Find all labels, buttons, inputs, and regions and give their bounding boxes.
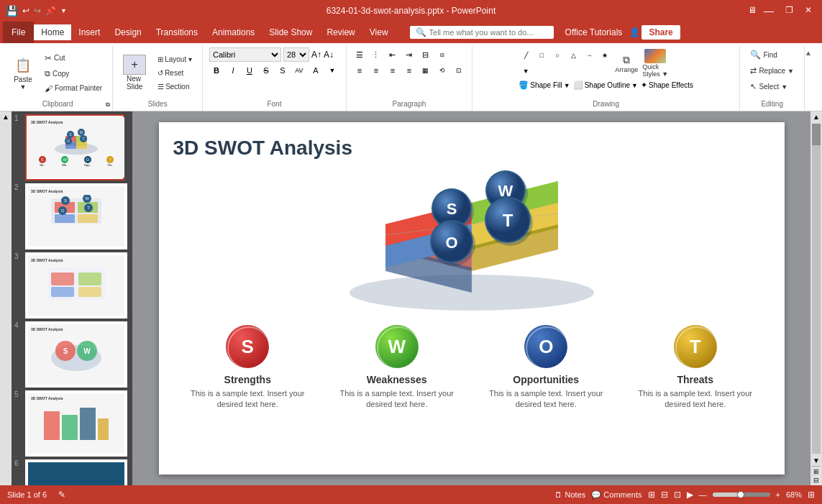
menu-review[interactable]: Review [319, 24, 362, 40]
comments-btn[interactable]: 💬 Comments [591, 490, 641, 500]
shape-fill-btn[interactable]: 🪣 Shape Fill ▼ [519, 81, 570, 90]
slide-panel[interactable]: 1 3D SWOT Analysis [12, 111, 132, 485]
align-left-btn[interactable]: ≡ [352, 63, 367, 78]
strikethrough-btn[interactable]: S [259, 63, 273, 78]
clipboard-expand[interactable]: ⧉ [106, 101, 110, 109]
reset-button[interactable]: ↺ Reset [153, 67, 196, 79]
text-dir-btn[interactable]: ⟲ [435, 63, 449, 78]
zoom-in-btn[interactable]: + [776, 490, 780, 499]
scroll-up-arrow[interactable]: ▲ [811, 111, 821, 122]
numbering-btn[interactable]: ⋮ [369, 47, 383, 62]
menu-insert[interactable]: Insert [71, 24, 107, 40]
replace-button[interactable]: ⇄ Replace ▼ [746, 64, 798, 78]
slide-4-thumb[interactable]: 3D SWOT Analysis S W [25, 321, 127, 388]
new-slide-button[interactable]: + NewSlide [119, 52, 150, 93]
slide-5-thumb[interactable]: 3D SWOT Analysis [25, 390, 127, 457]
font-size-select[interactable]: 28 [283, 47, 309, 62]
arrange-button[interactable]: ⧉ Arrange [613, 52, 639, 75]
menu-design[interactable]: Design [107, 24, 148, 40]
menu-view[interactable]: View [362, 24, 396, 40]
zoom-slider-thumb[interactable] [737, 491, 744, 498]
indent-less-btn[interactable]: ⇤ [385, 47, 400, 62]
menu-slideshow[interactable]: Slide Show [262, 24, 319, 40]
font-color-dropdown[interactable]: ▼ [325, 63, 339, 78]
zoom-down-btn[interactable]: ⊟ [813, 477, 819, 484]
format-painter-button[interactable]: 🖌 Format Painter [40, 82, 106, 95]
align-center-btn[interactable]: ≡ [369, 63, 383, 78]
copy-button[interactable]: ⧉ Copy [40, 67, 106, 81]
smartart-btn[interactable]: ⧈ [435, 47, 449, 62]
scroll-thumb[interactable] [812, 124, 821, 145]
section-button[interactable]: ☰ Section [153, 81, 196, 93]
save-icon[interactable]: 💾 [6, 5, 18, 17]
cut-button[interactable]: ✂ Cut [40, 51, 106, 65]
office-tutorials-link[interactable]: Office Tutorials [565, 27, 623, 37]
zoom-out-btn[interactable]: — [699, 490, 707, 499]
ribbon-collapse-btn[interactable]: ▲ [805, 49, 812, 57]
menu-animations[interactable]: Animations [205, 24, 262, 40]
notes-btn[interactable]: 🗒 Notes [554, 490, 585, 499]
redo-icon[interactable]: ↪ [34, 6, 41, 16]
share-button[interactable]: Share [641, 25, 680, 40]
shape-fill-dropdown[interactable]: ▼ [564, 82, 570, 89]
font-grow-btn[interactable]: A↑ [311, 50, 321, 60]
layout-button[interactable]: ⊞ Layout ▾ [153, 53, 196, 65]
undo-icon[interactable]: ↩ [22, 6, 29, 16]
char-spacing-btn[interactable]: AV [292, 63, 306, 78]
view-normal-btn[interactable]: ⊞ [648, 490, 655, 500]
scroll-up-btn[interactable]: ▲ [2, 113, 9, 121]
menu-home[interactable]: Home [34, 24, 71, 40]
slide-6-thumb[interactable]: www.heritage-digital... [25, 459, 127, 485]
shape-effects-btn[interactable]: ✦ Shape Effects [641, 81, 693, 90]
justify-btn[interactable]: ≡ [402, 63, 416, 78]
shape-outline-dropdown[interactable]: ▼ [631, 82, 638, 89]
paste-button[interactable]: 📋 Paste ▼ [9, 53, 37, 93]
shape-star[interactable]: ★ [598, 48, 612, 63]
close-btn[interactable]: ✕ [800, 5, 816, 17]
scroll-down-arrow[interactable]: ▼ [811, 455, 821, 466]
slide-2-thumb[interactable]: 3D SWOT Analysis S [25, 183, 127, 249]
fit-to-window-btn[interactable]: ⊞ [808, 490, 815, 500]
text-align-btn[interactable]: ⊡ [452, 63, 466, 78]
view-slide-sorter-btn[interactable]: ⊟ [661, 490, 668, 500]
slide-3-thumb[interactable]: 3D SWOT Analysis [25, 252, 127, 319]
italic-btn[interactable]: I [226, 63, 240, 78]
shape-arrow[interactable]: → [582, 48, 596, 63]
minimize-btn[interactable]: — [759, 5, 778, 17]
search-input[interactable] [429, 28, 537, 37]
search-bar[interactable]: 🔍 [410, 26, 554, 39]
zoom-fit-btn[interactable]: ⊞ [813, 468, 819, 475]
restore-btn[interactable]: ❐ [781, 5, 798, 17]
shape-tri[interactable]: △ [566, 48, 580, 63]
menu-transitions[interactable]: Transitions [149, 24, 205, 40]
find-button[interactable]: 🔍 Find [746, 47, 781, 62]
font-color-btn[interactable]: A [309, 63, 323, 78]
shape-outline-btn[interactable]: ⬜ Shape Outline ▼ [573, 81, 638, 90]
font-shrink-btn[interactable]: A↓ [324, 50, 334, 60]
shape-oval[interactable]: ○ [550, 48, 565, 63]
slide-1-thumb[interactable]: 3D SWOT Analysis [25, 114, 124, 180]
zoom-slider[interactable] [713, 492, 770, 497]
quick-styles-button[interactable]: QuickStyles ▼ [641, 47, 670, 79]
right-scrollbar[interactable]: ▲ ▼ ⊞ ⊟ [810, 111, 822, 485]
align-right-btn[interactable]: ≡ [385, 63, 400, 78]
bullets-btn[interactable]: ☰ [352, 47, 367, 62]
slide-title[interactable]: 3D SWOT Analysis [173, 137, 770, 160]
slide-canvas[interactable]: 3D SWOT Analysis [159, 122, 785, 475]
col-btn[interactable]: ▦ [419, 63, 433, 78]
view-reading-btn[interactable]: ⊡ [674, 490, 681, 500]
view-slideshow-btn[interactable]: ▶ [687, 490, 693, 500]
minimize-icon[interactable]: 🖥 [748, 5, 757, 17]
indent-more-btn[interactable]: ⇥ [402, 47, 416, 62]
replace-dropdown[interactable]: ▼ [787, 68, 794, 75]
shadow-btn[interactable]: S [275, 63, 290, 78]
paste-dropdown[interactable]: ▼ [20, 83, 27, 91]
menu-file[interactable]: File [3, 22, 34, 43]
bold-btn[interactable]: B [209, 63, 224, 78]
select-button[interactable]: ↖ Select ▼ [746, 80, 792, 93]
accessibility-icon[interactable]: ✎ [58, 490, 65, 500]
shape-rect[interactable]: □ [534, 48, 549, 63]
shape-line[interactable]: ╱ [519, 48, 533, 63]
select-dropdown[interactable]: ▼ [781, 83, 787, 91]
pin-icon[interactable]: 📌 [45, 6, 56, 16]
